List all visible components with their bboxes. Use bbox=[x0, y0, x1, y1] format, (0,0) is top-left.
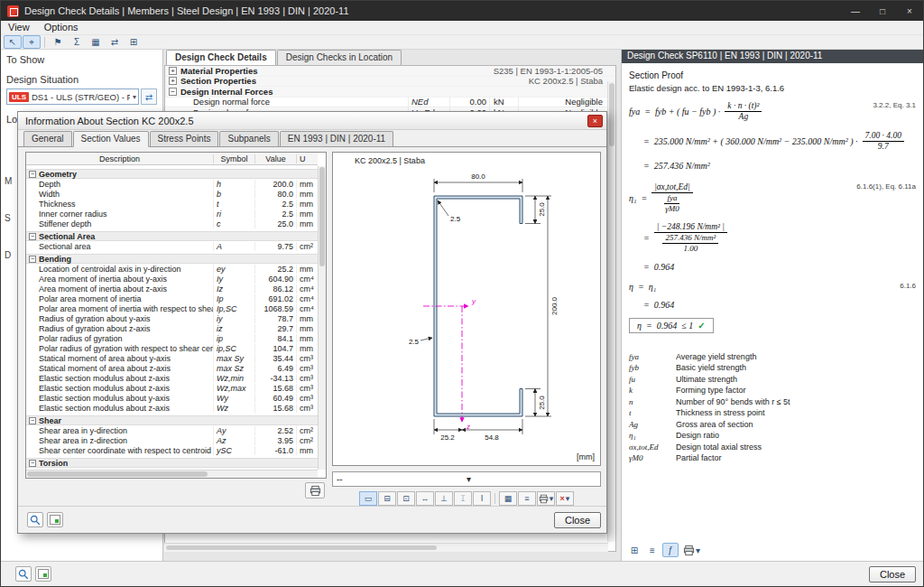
collapse-icon[interactable]: − bbox=[29, 417, 36, 424]
table-row[interactable]: − Polar radius of gyration ip 84.1 mm bbox=[26, 333, 318, 343]
list-view-icon[interactable]: ≡ bbox=[644, 543, 661, 557]
dialog-tab[interactable]: Section Values bbox=[73, 131, 149, 147]
table-horizontal-scrollbar[interactable] bbox=[26, 470, 318, 478]
exchange-icon[interactable]: ⇄ bbox=[106, 35, 124, 49]
tree-row[interactable]: Design normal force NEd 0.00 kN Negligib… bbox=[165, 98, 615, 108]
expander-icon[interactable]: − bbox=[169, 88, 177, 96]
table-row[interactable]: − Inner corner radius ri 2.5 mm bbox=[26, 209, 318, 219]
menu-item[interactable]: View bbox=[1, 21, 37, 34]
view-stiffener-button[interactable]: ⌶ bbox=[454, 491, 472, 506]
display-options-button[interactable] bbox=[35, 566, 51, 582]
table-row[interactable]: − Polar area moment of inertia with resp… bbox=[26, 303, 318, 313]
table-row[interactable]: − Torsion bbox=[26, 458, 318, 468]
tree-row[interactable]: + Material Properties S235 | EN 1993-1-1… bbox=[165, 66, 615, 77]
view-section-button[interactable]: ▭ bbox=[359, 491, 377, 506]
table-row[interactable]: − Shear area in y-direction Ay 2.52 cm² bbox=[26, 425, 318, 435]
view-profile-button[interactable]: Ⅰ bbox=[473, 491, 491, 506]
design-situation-combo[interactable]: ULS DS1 - ULS (STR/GEO) - Perman... ▾ bbox=[6, 89, 139, 105]
select-window-icon[interactable]: ⌖ bbox=[23, 35, 41, 49]
tree-row[interactable]: − Design Internal Forces bbox=[165, 87, 615, 98]
row-value: 2.52 bbox=[254, 426, 296, 435]
row-unit: cm³ bbox=[296, 374, 318, 383]
view-stress-points-button[interactable]: ⊡ bbox=[397, 491, 415, 506]
table-row[interactable]: − Area moment of inertia about y-axis Iy… bbox=[26, 274, 318, 284]
table-row[interactable]: − Shear center coordinate with respect t… bbox=[26, 445, 318, 455]
table-vertical-scrollbar[interactable] bbox=[318, 166, 326, 470]
table-row[interactable]: − Elastic section modulus about z-axis W… bbox=[26, 373, 318, 383]
table-row[interactable]: − Elastic section modulus about y-axis W… bbox=[26, 393, 318, 403]
print-table-button[interactable] bbox=[305, 482, 325, 498]
table-row[interactable]: − Radius of gyration about y-axis iy 78.… bbox=[26, 313, 318, 323]
print-drawing-button[interactable]: ▾ bbox=[537, 491, 555, 506]
expander-icon[interactable]: + bbox=[169, 67, 177, 75]
table-row[interactable]: − Stiffener depth c 25.0 mm bbox=[26, 219, 318, 228]
collapse-icon[interactable]: − bbox=[29, 256, 36, 263]
tree-row[interactable]: + Section Properties KC 200x2.5 | Staba bbox=[165, 77, 615, 88]
table-row[interactable]: − Sectional area A 9.75 cm² bbox=[26, 241, 318, 251]
minimize-button[interactable]: — bbox=[842, 1, 869, 21]
dialog-close-button[interactable]: Close bbox=[554, 512, 601, 528]
dialog-tab[interactable]: EN 1993 | DIN | 2020-11 bbox=[280, 131, 393, 146]
close-window-button[interactable]: × bbox=[896, 1, 923, 21]
menu-item[interactable]: Options bbox=[37, 21, 86, 34]
details-tab[interactable]: Design Check Details bbox=[166, 50, 276, 65]
table-row[interactable]: − Thickness t 2.5 mm bbox=[26, 199, 318, 209]
sum-results-icon[interactable]: Σ bbox=[68, 35, 86, 49]
expander-icon[interactable]: + bbox=[169, 77, 177, 85]
drawing-options-combo[interactable]: -- ▾ bbox=[332, 471, 601, 487]
collapse-icon[interactable]: − bbox=[29, 460, 36, 467]
view-axes-button[interactable]: ⊥ bbox=[435, 491, 453, 506]
dialog-zoom-button[interactable] bbox=[27, 512, 43, 527]
table-row[interactable]: − Bending bbox=[26, 254, 318, 264]
table-row[interactable]: − Sectional Area bbox=[26, 231, 318, 241]
design-check-panel: Design Check SP6110 | EN 1993 | DIN | 20… bbox=[621, 50, 923, 561]
collapse-icon[interactable]: − bbox=[29, 233, 36, 240]
table-row[interactable]: − Width b 80.0 mm bbox=[26, 189, 318, 199]
navigator-view-icon[interactable]: ⊞ bbox=[626, 543, 642, 557]
legend-row: fyb Basic yield strength bbox=[629, 362, 916, 374]
scrollbar-thumb[interactable] bbox=[27, 471, 208, 477]
dialog-display-options-button[interactable] bbox=[47, 512, 63, 527]
table-row[interactable]: − Polar area moment of inertia Ip 691.02… bbox=[26, 294, 318, 303]
table-row[interactable]: − Statical moment of area about y-axis m… bbox=[26, 353, 318, 363]
print-check-button[interactable]: ▾ bbox=[680, 543, 703, 557]
table-row[interactable]: − Elastic section modulus about z-axis W… bbox=[26, 383, 318, 393]
grid-display-icon[interactable]: ▦ bbox=[87, 35, 105, 49]
table-row[interactable]: − Radius of gyration about z-axis iz 29.… bbox=[26, 323, 318, 333]
scrollbar-thumb[interactable] bbox=[166, 545, 437, 550]
table-row[interactable]: − Geometry bbox=[26, 169, 318, 179]
dialog-tab[interactable]: Subpanels bbox=[219, 131, 278, 146]
table-row[interactable]: − Shear area in z-direction Az 3.95 cm² bbox=[26, 435, 318, 445]
details-horizontal-scrollbar[interactable] bbox=[164, 543, 608, 552]
table-row[interactable]: − Location of centroidal axis in y-direc… bbox=[26, 264, 318, 274]
grid-toggle-button[interactable]: ▦ bbox=[499, 491, 517, 506]
formula-view-icon[interactable]: ƒ bbox=[662, 543, 679, 557]
scrollbar-thumb[interactable] bbox=[319, 167, 325, 266]
reset-view-button[interactable]: × ▾ bbox=[556, 491, 574, 506]
dialog-tab[interactable]: General bbox=[23, 131, 72, 146]
details-vertical-scrollbar[interactable] bbox=[607, 81, 615, 542]
view-subpanels-button[interactable]: ⊟ bbox=[378, 491, 396, 506]
table-row[interactable]: − Area moment of inertia about z-axis Iz… bbox=[26, 284, 318, 294]
table-row[interactable]: − Statical moment of area about z-axis m… bbox=[26, 363, 318, 373]
panels-icon[interactable]: ⊞ bbox=[125, 35, 143, 49]
channel-section-shape bbox=[434, 196, 522, 416]
maximize-button[interactable]: □ bbox=[869, 1, 896, 21]
view-dimensions-button[interactable]: ↔ bbox=[416, 491, 434, 506]
table-row[interactable]: − Polar radius of gyration with respect … bbox=[26, 343, 318, 353]
details-tab[interactable]: Design Checks in Location bbox=[277, 50, 402, 65]
zoom-button[interactable] bbox=[15, 566, 32, 582]
table-row[interactable]: − Shear bbox=[26, 415, 318, 425]
collapse-icon[interactable]: − bbox=[29, 171, 36, 178]
values-list-button[interactable]: ≡ bbox=[518, 491, 536, 506]
dialog-close-icon[interactable]: × bbox=[587, 115, 603, 127]
close-button[interactable]: Close bbox=[869, 566, 916, 582]
table-row[interactable]: − Depth h 200.0 mm bbox=[26, 179, 318, 189]
dialog-tab[interactable]: Stress Points bbox=[150, 131, 219, 146]
situation-options-button[interactable]: ⇄ bbox=[141, 89, 157, 105]
navigator-icon[interactable]: ⚑ bbox=[49, 35, 67, 49]
table-row[interactable]: − Elastic section modulus about z-axis W… bbox=[26, 403, 318, 413]
chevron-down-icon[interactable]: ▾ bbox=[133, 93, 136, 101]
scrollbar-thumb[interactable] bbox=[609, 83, 614, 146]
select-arrow-icon[interactable]: ↖ bbox=[4, 35, 22, 49]
